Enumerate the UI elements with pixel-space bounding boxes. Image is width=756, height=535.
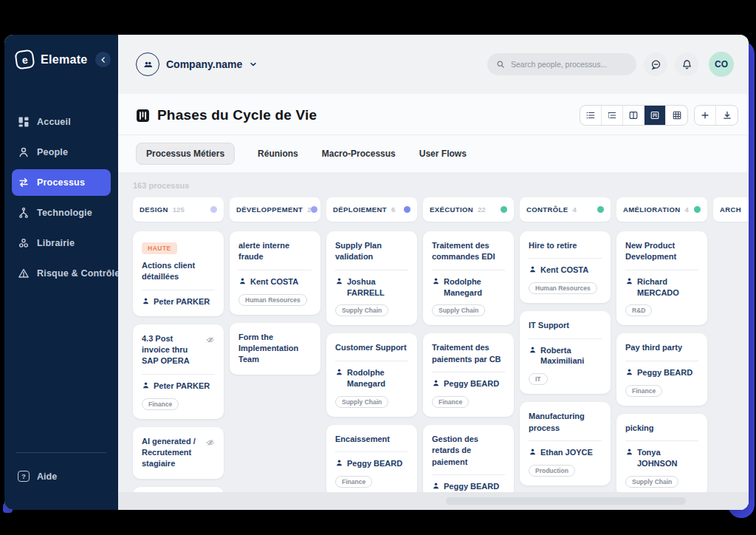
view-kanban-button[interactable]: [645, 106, 666, 125]
chevron-down-icon: [249, 60, 258, 69]
stage: e Elemate AccueilPeopleProcessusTechnolo…: [0, 0, 756, 535]
horizontal-scrollbar[interactable]: [118, 492, 749, 510]
card-assignee: Roberta Maximiliani: [529, 345, 602, 367]
assignee-name: Peggy BEARD: [444, 481, 499, 492]
app-window: e Elemate AccueilPeopleProcessusTechnolo…: [4, 35, 749, 510]
column-header[interactable]: CONTRÔLE4: [520, 197, 611, 222]
card-title: Form the Implementation Team: [238, 332, 312, 366]
process-card[interactable]: Pay third partyPeggy BEARDFinance: [616, 333, 707, 405]
column-header[interactable]: DÉPLOIEMENT6: [326, 197, 417, 222]
scrollbar-thumb[interactable]: [446, 497, 686, 505]
column-header[interactable]: DÉVELOPPEMENT2: [230, 197, 320, 222]
column-header[interactable]: ARCH: [713, 197, 749, 222]
card-tag: Human Resources: [238, 294, 307, 306]
tab-user-flows[interactable]: User Flows: [419, 143, 467, 165]
content-panel: Phases du Cycle de Vie Processus Métiers…: [118, 94, 749, 510]
sidebar-item-risque-controle[interactable]: Risque & Contrôle: [12, 260, 111, 287]
card-divider: [335, 361, 408, 361]
card-title: Pay third party: [625, 342, 698, 353]
add-button[interactable]: [695, 106, 716, 125]
card-title-row: Hire to retire: [529, 240, 602, 251]
card-title: alerte interne fraude: [238, 240, 312, 263]
messages-button[interactable]: [644, 52, 667, 76]
process-card[interactable]: 4.3 Post invoice thru SAP OPERAPeter PAR…: [133, 324, 224, 419]
view-hierarchy-button[interactable]: [602, 106, 623, 125]
kanban-column-design: DESIGN125HAUTEActions client détailléesP…: [133, 197, 224, 510]
card-divider: [529, 338, 602, 339]
card-title-row: Traitement des commandes EDI: [432, 240, 505, 263]
card-tag: Supply Chain: [432, 304, 485, 316]
column-status-dot: [311, 206, 317, 213]
process-card[interactable]: AI generated / Recrutement stagiaire: [133, 427, 224, 479]
card-tag: Human Resources: [529, 282, 597, 294]
view-list-button[interactable]: [580, 106, 602, 125]
column-cards: HAUTEActions client détailléesPeter PARK…: [133, 231, 224, 510]
column-header[interactable]: DESIGN125: [133, 197, 224, 222]
view-columns-button[interactable]: [623, 106, 645, 125]
process-card[interactable]: New Product DevelopmentRichard MERCADOR&…: [616, 231, 707, 325]
card-divider: [625, 440, 698, 441]
person-small-icon: [529, 346, 537, 354]
tab-processus-metiers[interactable]: Processus Métiers: [136, 143, 235, 165]
card-assignee: Tonya JOHNSON: [625, 447, 698, 469]
kanban-column-arch: ARCH: [713, 197, 749, 231]
column-count: 125: [173, 205, 185, 214]
process-card[interactable]: alerte interne fraudeKent COSTAHuman Res…: [230, 231, 320, 315]
assignee-name: Richard MERCADO: [637, 276, 698, 299]
column-label: ARCH: [720, 205, 741, 214]
sidebar-collapse-button[interactable]: [95, 52, 111, 67]
risk-triangle-icon: [18, 268, 30, 279]
avatar[interactable]: CO: [709, 52, 734, 77]
process-card[interactable]: Manufacturing processEthan JOYCEProducti…: [520, 402, 611, 485]
column-cards: alerte interne fraudeKent COSTAHuman Res…: [230, 231, 320, 375]
process-card[interactable]: Form the Implementation Team: [230, 323, 320, 375]
branch-icon: [18, 207, 30, 219]
kanban-title-icon: [136, 109, 150, 123]
tab-reunions[interactable]: Réunions: [257, 143, 299, 165]
column-header[interactable]: AMÉLIORATION4: [616, 197, 707, 222]
company-selector[interactable]: Company.name: [136, 52, 258, 76]
card-title: IT Support: [529, 320, 602, 331]
process-card[interactable]: Hire to retireKent COSTAHuman Resources: [520, 231, 611, 303]
search-input[interactable]: Search people, processus...: [487, 53, 636, 75]
sidebar-item-aide[interactable]: ? Aide: [12, 465, 111, 488]
process-card[interactable]: Traitement des paiements par CBPeggy BEA…: [423, 333, 514, 417]
column-label: AMÉLIORATION: [623, 205, 680, 214]
column-status-dot: [501, 206, 507, 213]
assignee-name: Kent COSTA: [250, 276, 298, 287]
elemate-logo-icon: e: [14, 49, 35, 69]
process-card[interactable]: pickingTonya JOHNSONSupply Chain: [616, 414, 707, 497]
process-card[interactable]: Supply Plan validationJoshua FARRELLSupp…: [326, 231, 417, 325]
process-card[interactable]: Traitement des commandes EDIRodolphe Man…: [423, 231, 514, 325]
help-icon: ?: [18, 471, 30, 482]
sidebar-item-librairie[interactable]: Librairie: [12, 230, 111, 256]
sidebar-item-people[interactable]: People: [12, 139, 111, 166]
card-assignee: Ethan JOYCE: [529, 447, 602, 458]
person-small-icon: [432, 482, 440, 490]
dashboard-icon: [18, 116, 30, 128]
card-title-row: alerte interne fraude: [238, 240, 312, 263]
person-small-icon: [529, 265, 537, 273]
card-title-row: picking: [625, 423, 698, 434]
view-grid-button[interactable]: [666, 106, 687, 125]
download-button[interactable]: [716, 106, 738, 125]
process-card[interactable]: EncaissementPeggy BEARDFinance: [326, 425, 417, 497]
sidebar-item-technologie[interactable]: Technologie: [12, 200, 111, 226]
card-title-row: New Product Development: [625, 240, 698, 263]
notifications-button[interactable]: [675, 52, 698, 76]
column-header[interactable]: EXÉCUTION22: [423, 197, 514, 222]
card-title: Traitement des commandes EDI: [432, 240, 505, 263]
card-status-icons: [206, 436, 215, 470]
process-card[interactable]: Customer SupportRodolphe ManegardSupply …: [326, 333, 417, 416]
tab-macro-processus[interactable]: Macro-Processus: [321, 143, 396, 165]
sidebar-item-accueil[interactable]: Accueil: [12, 109, 111, 135]
process-card[interactable]: IT SupportRoberta MaximilianiIT: [520, 311, 611, 394]
sidebar-item-processus[interactable]: Processus: [12, 169, 111, 196]
process-card[interactable]: HAUTEActions client détailléesPeter PARK…: [133, 231, 224, 316]
card-divider: [142, 374, 215, 375]
card-divider: [432, 270, 505, 270]
person-small-icon: [335, 368, 343, 376]
assignee-name: Joshua FARRELL: [347, 276, 408, 299]
topbar-right: Search people, processus... CO: [487, 52, 734, 77]
column-status-dot: [404, 206, 410, 213]
